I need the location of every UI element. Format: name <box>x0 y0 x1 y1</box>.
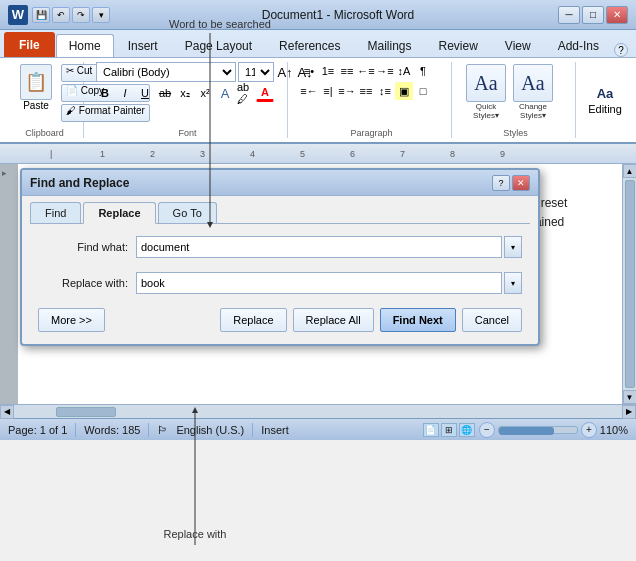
dialog-title: Find and Replace <box>30 176 492 190</box>
dialog-controls: ? ✕ <box>492 175 530 191</box>
zoom-slider[interactable] <box>498 426 578 434</box>
underline-button[interactable]: U <box>136 84 154 102</box>
shading-button[interactable]: ▣ <box>395 82 413 100</box>
tab-references[interactable]: References <box>266 34 353 57</box>
increase-indent-button[interactable]: →≡ <box>376 62 394 80</box>
full-screen-btn[interactable]: ⊞ <box>441 423 457 437</box>
tab-file[interactable]: File <box>4 32 55 57</box>
status-words: Words: 185 <box>84 424 140 436</box>
side-margin-left: ▸ <box>0 164 18 404</box>
status-flag: 🏳 <box>157 424 168 436</box>
ribbon-group-editing: Aa Editing <box>580 62 630 138</box>
scroll-h-thumb[interactable] <box>56 407 116 417</box>
tab-insert[interactable]: Insert <box>115 34 171 57</box>
scroll-down-arrow[interactable]: ▼ <box>623 390 637 404</box>
align-left-button[interactable]: ≡← <box>300 82 318 100</box>
superscript-button[interactable]: x² <box>196 84 214 102</box>
print-layout-btn[interactable]: 📄 <box>423 423 439 437</box>
ruler-mark-3: 2 <box>150 149 155 159</box>
ribbon-group-clipboard: 📋 Paste ✂ Cut 📄 Copy 🖌 Format Painter Cl… <box>6 62 84 138</box>
find-dropdown-button[interactable]: ▾ <box>504 236 522 258</box>
find-next-button[interactable]: Find Next <box>380 308 456 332</box>
ruler-mark-5: 4 <box>250 149 255 159</box>
replace-button[interactable]: Replace <box>220 308 286 332</box>
window-title: Document1 - Microsoft Word <box>118 8 558 22</box>
dialog-actions: More >> Replace Replace All Find Next Ca… <box>38 308 522 332</box>
bullets-button[interactable]: ≡• <box>300 62 318 80</box>
close-button[interactable]: ✕ <box>606 6 628 24</box>
ruler-mark-8: 7 <box>400 149 405 159</box>
change-styles-button[interactable]: Aa ChangeStyles▾ <box>511 62 555 122</box>
dialog-tab-find[interactable]: Find <box>30 202 81 223</box>
more-button[interactable]: More >> <box>38 308 105 332</box>
find-input[interactable] <box>136 236 502 258</box>
decrease-indent-button[interactable]: ←≡ <box>357 62 375 80</box>
scrollbar-vertical[interactable]: ▲ ▼ <box>622 164 636 404</box>
numbering-button[interactable]: 1≡ <box>319 62 337 80</box>
minimize-button[interactable]: ─ <box>558 6 580 24</box>
tab-review[interactable]: Review <box>425 34 490 57</box>
replace-input[interactable] <box>136 272 502 294</box>
save-quick-btn[interactable]: 💾 <box>32 7 50 23</box>
tab-mailings[interactable]: Mailings <box>354 34 424 57</box>
line-spacing-button[interactable]: ↕≡ <box>376 82 394 100</box>
zoom-in-button[interactable]: + <box>581 422 597 438</box>
status-sep-2 <box>148 423 149 437</box>
paste-button[interactable]: 📋 Paste <box>14 62 58 113</box>
strikethrough-button[interactable]: ab <box>156 84 174 102</box>
sort-button[interactable]: ↕A <box>395 62 413 80</box>
dialog-tab-list: Find Replace Go To <box>22 196 538 223</box>
scroll-left-arrow[interactable]: ◀ <box>0 405 14 419</box>
maximize-button[interactable]: □ <box>582 6 604 24</box>
show-hide-button[interactable]: ¶ <box>414 62 432 80</box>
quick-styles-button[interactable]: Aa QuickStyles▾ <box>464 62 508 122</box>
align-center-button[interactable]: ≡| <box>319 82 337 100</box>
tab-addins[interactable]: Add-Ins <box>545 34 612 57</box>
multilevel-button[interactable]: ≡≡ <box>338 62 356 80</box>
quick-access-toolbar: 💾 ↶ ↷ ▾ <box>32 7 110 23</box>
paste-label: Paste <box>23 100 49 111</box>
undo-quick-btn[interactable]: ↶ <box>52 7 70 23</box>
scrollbar-horizontal[interactable]: ◀ ▶ <box>0 404 636 418</box>
dialog-tab-replace[interactable]: Replace <box>83 202 155 224</box>
text-highlight-button[interactable]: ab🖊 <box>236 84 254 102</box>
scroll-up-arrow[interactable]: ▲ <box>623 164 637 178</box>
tab-home[interactable]: Home <box>56 34 114 57</box>
ruler-mark-7: 6 <box>350 149 355 159</box>
app-icon: W <box>8 5 28 25</box>
cancel-button[interactable]: Cancel <box>462 308 522 332</box>
dialog-close-button[interactable]: ✕ <box>512 175 530 191</box>
ruler-mark-1: | <box>50 149 52 159</box>
align-right-button[interactable]: ≡→ <box>338 82 356 100</box>
redo-quick-btn[interactable]: ↷ <box>72 7 90 23</box>
status-right: 📄 ⊞ 🌐 − + 110% <box>423 422 628 438</box>
tab-page-layout[interactable]: Page Layout <box>172 34 265 57</box>
help-button[interactable]: ? <box>614 43 628 57</box>
borders-button[interactable]: □ <box>414 82 432 100</box>
ribbon-content: 📋 Paste ✂ Cut 📄 Copy 🖌 Format Painter Cl… <box>0 57 636 142</box>
replace-dropdown-button[interactable]: ▾ <box>504 272 522 294</box>
find-field: Find what: ▾ <box>38 236 522 258</box>
ribbon-group-styles: Aa QuickStyles▾ Aa ChangeStyles▾ Styles <box>456 62 576 138</box>
web-layout-btn[interactable]: 🌐 <box>459 423 475 437</box>
zoom-out-button[interactable]: − <box>479 422 495 438</box>
customize-quick-btn[interactable]: ▾ <box>92 7 110 23</box>
dialog-help-button[interactable]: ? <box>492 175 510 191</box>
zoom-slider-fill <box>499 427 554 435</box>
tab-view[interactable]: View <box>492 34 544 57</box>
scroll-right-arrow[interactable]: ▶ <box>622 405 636 419</box>
ruler-mark-4: 3 <box>200 149 205 159</box>
ruler-mark-9: 8 <box>450 149 455 159</box>
bold-button[interactable]: B <box>96 84 114 102</box>
dialog-tab-goto[interactable]: Go To <box>158 202 217 223</box>
find-input-wrap: ▾ <box>136 236 522 258</box>
subscript-button[interactable]: x₂ <box>176 84 194 102</box>
font-size-select[interactable]: 11 <box>238 62 274 82</box>
font-name-select[interactable]: Calibri (Body) <box>96 62 236 82</box>
replace-all-button[interactable]: Replace All <box>293 308 374 332</box>
text-effects-button[interactable]: A <box>216 84 234 102</box>
font-color-button[interactable]: A <box>256 84 274 102</box>
italic-button[interactable]: I <box>116 84 134 102</box>
scroll-thumb[interactable] <box>625 180 635 388</box>
justify-button[interactable]: ≡≡ <box>357 82 375 100</box>
